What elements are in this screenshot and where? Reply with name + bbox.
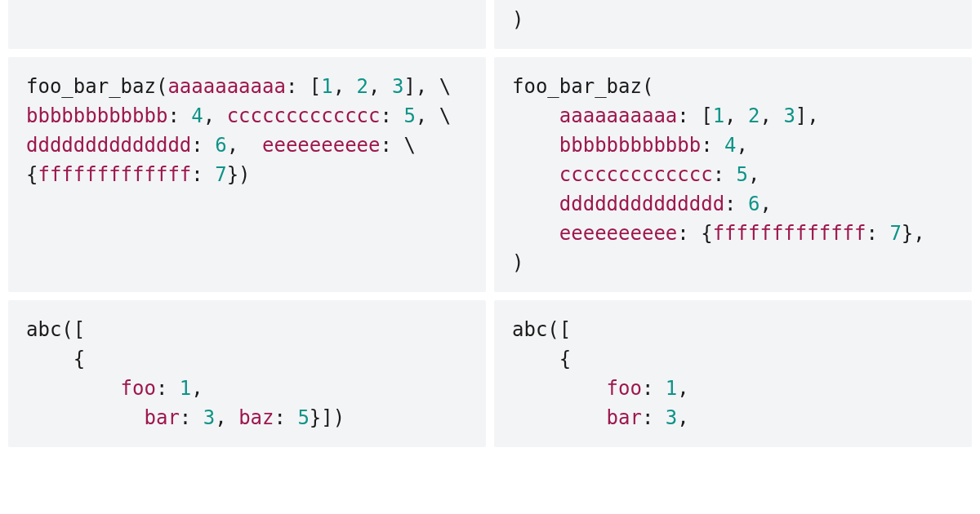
- code-panel-right-0: c: 5, d: 6, e: {f: 7}, ): [494, 0, 972, 49]
- code-panel-right-2: abc([ { foo: 1, bar: 3,: [494, 300, 972, 447]
- code-panel-left-1: foo_bar_baz(aaaaaaaaaa: [1, 2, 3], \ bbb…: [8, 57, 486, 292]
- code-comparison-grid: e: 7, ) c: 5, d: 6, e: {f: 7}, )foo_bar_…: [0, 0, 980, 447]
- code-panel-right-1: foo_bar_baz( aaaaaaaaaa: [1, 2, 3], bbbb…: [494, 57, 972, 292]
- code-block: abc([ { foo: 1, bar: 3, baz: 5}]): [26, 315, 468, 432]
- code-block: abc([ { foo: 1, bar: 3,: [512, 315, 954, 432]
- code-panel-left-2: abc([ { foo: 1, bar: 3, baz: 5}]): [8, 300, 486, 447]
- code-panel-left-0: e: 7, ): [8, 0, 486, 49]
- code-block: foo_bar_baz(aaaaaaaaaa: [1, 2, 3], \ bbb…: [26, 72, 468, 189]
- code-block: c: 5, d: 6, e: {f: 7}, ): [512, 0, 954, 34]
- code-block: foo_bar_baz( aaaaaaaaaa: [1, 2, 3], bbbb…: [512, 72, 954, 277]
